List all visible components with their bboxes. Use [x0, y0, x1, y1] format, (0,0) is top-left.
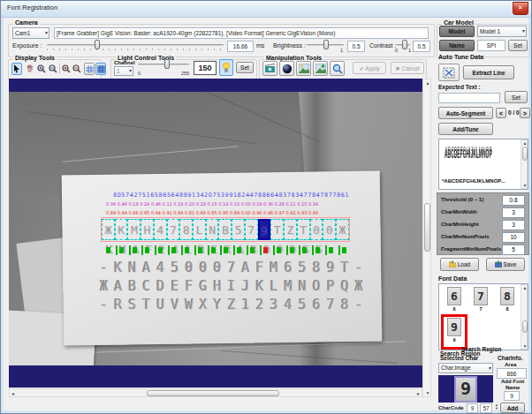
param-value[interactable]: 3 — [502, 220, 525, 230]
save-button[interactable]: Save — [486, 258, 525, 271]
char-view-select[interactable]: Char.Image▾ — [438, 363, 493, 373]
segmented-char[interactable]: N — [206, 219, 219, 240]
zoom-fit-in-button[interactable] — [61, 63, 72, 75]
cursor-tool-button[interactable] — [11, 63, 22, 75]
sphere-tool-button[interactable] — [279, 61, 294, 76]
segmented-char[interactable]: 0 — [310, 219, 323, 240]
name-field[interactable]: SPI — [477, 40, 505, 51]
param-value[interactable]: 0.8 — [502, 195, 525, 206]
title-bar[interactable]: Font Registration ✕ — [1, 1, 532, 18]
scroll-up-icon[interactable]: ▲ — [423, 80, 432, 86]
segmented-char[interactable]: 7 — [245, 219, 258, 240]
apply-button[interactable]: ✔ Apply — [353, 62, 386, 74]
grid-fill-tool-button[interactable] — [95, 63, 106, 75]
snapshot-tool-button[interactable] — [262, 61, 277, 76]
car-model-set-button[interactable]: Set — [508, 40, 528, 51]
image-add-tool-button[interactable] — [313, 61, 328, 76]
segmented-char[interactable]: B — [218, 219, 232, 240]
channel-select[interactable]: 1▾ — [114, 66, 133, 76]
light-toggle-button[interactable] — [219, 59, 233, 76]
zoom-out-tool-button[interactable] — [48, 63, 58, 75]
segmented-char[interactable]: L — [193, 219, 206, 240]
camera-select[interactable]: Cam1▾ — [12, 27, 49, 39]
scroll-down-icon[interactable]: ▼ — [521, 343, 528, 349]
model-select[interactable]: Model 1▾ — [477, 26, 527, 37]
brightness-slider[interactable] — [307, 40, 344, 51]
font-char-tile[interactable]: 99 — [445, 318, 464, 346]
segmented-char[interactable]: Z — [284, 219, 297, 240]
contrast-slider-thumb[interactable] — [402, 40, 407, 49]
vertical-scrollbar[interactable]: ▲ ▼ — [422, 79, 431, 397]
segmented-char[interactable]: K — [115, 219, 128, 240]
font-list-scrollbar[interactable]: ▲ ▼ — [521, 284, 528, 350]
segmented-char[interactable]: 0 — [323, 219, 336, 240]
next-button[interactable]: > — [520, 108, 530, 118]
add-tune-button[interactable]: Add/Tune — [438, 123, 493, 135]
segmented-char[interactable]: Ж — [336, 219, 349, 240]
scroll-down-icon[interactable]: ▼ — [521, 183, 528, 188]
segmented-char[interactable]: Ж — [102, 219, 115, 240]
light-slider-thumb[interactable] — [164, 59, 170, 69]
extract-line-button[interactable]: Extract Line — [463, 65, 514, 79]
exposure-value[interactable]: 16.66 — [227, 41, 254, 52]
grid-tool-button[interactable] — [84, 63, 95, 75]
scroll-up-icon[interactable]: ▲ — [521, 285, 528, 290]
inspect-tool-button[interactable] — [330, 61, 345, 76]
param-value[interactable]: 10 — [502, 232, 525, 243]
font-data-list[interactable]: 66778899 ▲ ▼ — [438, 283, 528, 350]
scroll-up-icon[interactable]: ▲ — [521, 140, 528, 146]
prev-button[interactable]: < — [496, 108, 506, 118]
font-char-tile[interactable]: 88 — [498, 287, 517, 315]
zoom-in-tool-button[interactable] — [36, 63, 47, 75]
param-value[interactable]: 5 — [502, 245, 525, 255]
spinner-down-icon[interactable]: ▼ — [492, 407, 501, 410]
exposure-slider[interactable] — [47, 40, 224, 51]
sample-scrollbar[interactable]: ▲ ▼ — [521, 139, 528, 189]
segmented-char[interactable]: M — [127, 219, 141, 240]
name-button[interactable]: Name — [439, 40, 475, 51]
scroll-left-icon[interactable]: ◄ — [11, 391, 15, 396]
segmented-char[interactable]: 8 — [179, 219, 193, 240]
charcode-spinner[interactable]: ▲ ▼ — [492, 403, 501, 410]
scroll-down-icon[interactable]: ▼ — [423, 390, 432, 395]
segmented-char[interactable]: T — [297, 219, 310, 240]
add-button[interactable]: Add — [500, 403, 525, 413]
segmented-char-selected[interactable]: 9 — [258, 219, 271, 240]
expected-text-field[interactable] — [438, 93, 500, 103]
param-value[interactable]: 3 — [502, 207, 525, 218]
charcode-spinner-value[interactable]: 57 — [480, 403, 492, 413]
load-button[interactable]: Load — [440, 258, 479, 271]
scroll-right-icon[interactable]: ► — [416, 391, 421, 396]
close-button[interactable]: ✕ — [513, 2, 528, 15]
font-char-tile[interactable]: 66 — [445, 287, 464, 315]
light-slider[interactable] — [138, 59, 189, 71]
segmented-char[interactable]: 7 — [167, 219, 180, 240]
horizontal-scrollbar[interactable]: ◄ ► — [9, 388, 422, 397]
brightness-slider-thumb[interactable] — [323, 40, 329, 49]
image-tool-button[interactable] — [296, 61, 311, 76]
font-char-tile[interactable]: 77 — [471, 287, 490, 315]
pan-tool-button[interactable] — [24, 63, 34, 75]
charcode-value[interactable]: 9 — [467, 403, 478, 413]
camera-device-field[interactable]: [Frame Grabber] GigE Vision: Basler: acA… — [54, 27, 429, 39]
light-set-button[interactable]: Set — [236, 62, 254, 73]
vertical-scroll-thumb[interactable] — [424, 203, 430, 252]
image-viewport[interactable]: 8057427516586564889134207539918244788664… — [9, 79, 422, 388]
brightness-value[interactable]: 0.5 — [347, 41, 365, 52]
model-button[interactable]: Model — [439, 26, 475, 37]
horizontal-scroll-thumb[interactable] — [147, 390, 279, 396]
tune-region-button[interactable] — [438, 64, 460, 81]
contrast-value[interactable]: 0.5 — [413, 41, 430, 52]
segmented-char[interactable]: 4 — [154, 219, 167, 240]
auto-segment-button[interactable]: Auto-Segment — [438, 107, 493, 119]
cancel-button[interactable]: ✖ Cancel — [391, 62, 424, 74]
add-font-name-value[interactable]: 9 — [504, 391, 520, 401]
zoom-fit-out-button[interactable] — [72, 63, 82, 75]
segmented-char[interactable]: H — [141, 219, 154, 240]
segmented-char[interactable]: 5 — [232, 219, 245, 240]
exposure-slider-thumb[interactable] — [95, 40, 100, 49]
tune-sample-list[interactable]: ABCDEFGHIJKLMNOP ABCDEFGHIJKLMNOP *ABCDE… — [438, 139, 528, 190]
light-value[interactable]: 150 — [194, 61, 217, 75]
expected-set-button[interactable]: Set — [505, 91, 528, 103]
segmented-char[interactable]: T — [270, 219, 284, 240]
